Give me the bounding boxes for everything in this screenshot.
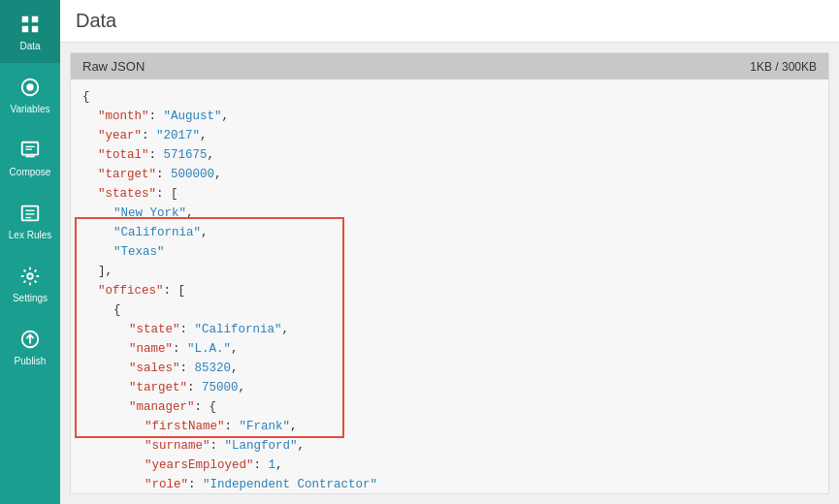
publish-icon: [17, 327, 43, 352]
sidebar-label-publish: Publish: [15, 356, 47, 366]
data-icon: [17, 12, 43, 37]
sidebar-item-lex-rules[interactable]: Lex Rules: [0, 189, 60, 252]
json-line: "yearsEmployed": 1,: [82, 456, 817, 475]
sidebar-item-data[interactable]: Data: [0, 0, 60, 63]
content-area: Raw JSON 1KB / 300KB { "month": "August"…: [60, 43, 839, 504]
svg-rect-2: [22, 26, 28, 32]
sidebar-item-compose[interactable]: Compose: [0, 126, 60, 189]
svg-rect-0: [22, 16, 28, 22]
json-line: "month": "August",: [82, 107, 817, 126]
svg-rect-6: [22, 142, 39, 155]
svg-point-5: [26, 83, 33, 90]
json-line: {: [82, 300, 817, 320]
json-line: "offices": [: [82, 281, 817, 300]
sidebar-item-publish[interactable]: Publish: [0, 315, 60, 378]
main-content: Data Raw JSON 1KB / 300KB { "month": "Au…: [60, 0, 839, 504]
json-line: ],: [82, 262, 817, 281]
json-line: "year": "2017",: [82, 126, 817, 145]
json-panel: Raw JSON 1KB / 300KB { "month": "August"…: [70, 52, 829, 494]
sidebar-item-variables[interactable]: Variables: [0, 63, 60, 126]
json-line: "sales": 85320,: [82, 359, 817, 378]
json-line: "New York",: [82, 204, 817, 223]
json-line: "Texas": [82, 242, 817, 262]
json-line: "surname": "Langford",: [82, 436, 817, 456]
compose-icon: [17, 138, 43, 163]
json-line: "California",: [82, 223, 817, 242]
sidebar-label-settings: Settings: [13, 293, 48, 303]
sidebar-item-settings[interactable]: Settings: [0, 252, 60, 315]
sidebar-label-data: Data: [19, 41, 40, 51]
json-line: "target": 75000,: [82, 378, 817, 397]
lex-rules-icon: [17, 201, 43, 226]
svg-rect-3: [32, 26, 38, 32]
json-line: {: [82, 87, 817, 107]
settings-icon: [17, 264, 43, 289]
json-panel-header: Raw JSON 1KB / 300KB: [71, 53, 828, 79]
json-line: "role": "Independent Contractor": [82, 475, 817, 493]
json-line: "manager": {: [82, 397, 817, 417]
sidebar-label-compose: Compose: [10, 167, 51, 177]
json-panel-size: 1KB / 300KB: [750, 60, 817, 74]
sidebar: Data Variables Compose: [0, 0, 60, 504]
json-content[interactable]: { "month": "August", "year": "2017", "to…: [71, 79, 828, 493]
json-line: "name": "L.A.",: [82, 339, 817, 359]
svg-point-14: [27, 273, 33, 279]
json-line: "target": 500000,: [82, 165, 817, 184]
json-line: "firstName": "Frank",: [82, 417, 817, 436]
sidebar-label-variables: Variables: [11, 104, 50, 114]
json-line: "states": [: [82, 184, 817, 204]
json-panel-label: Raw JSON: [82, 59, 145, 74]
variables-icon: [17, 75, 43, 100]
json-line: "total": 571675,: [82, 145, 817, 165]
sidebar-label-lex-rules: Lex Rules: [9, 230, 51, 240]
page-title: Data: [60, 0, 839, 43]
json-line: "state": "California",: [82, 320, 817, 339]
svg-rect-1: [32, 16, 38, 22]
